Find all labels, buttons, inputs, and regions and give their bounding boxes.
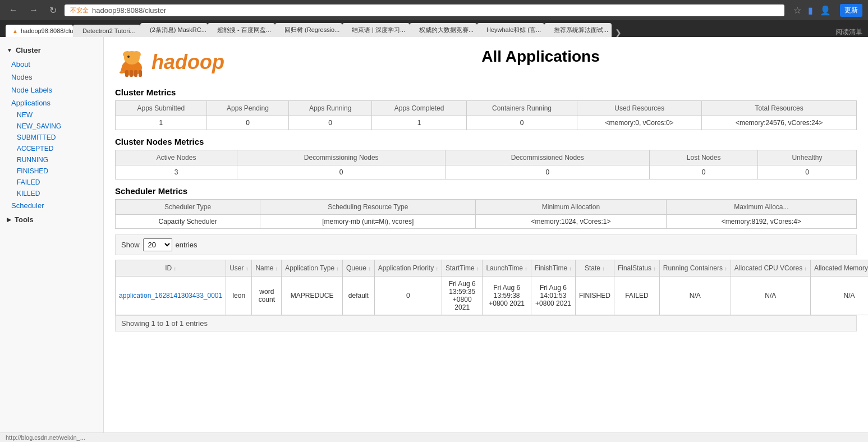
forward-button[interactable]: → xyxy=(26,4,42,16)
val-decommissioned: 0 xyxy=(446,165,650,179)
th-app-type-sort[interactable]: ↕ xyxy=(336,266,339,271)
th-start-time[interactable]: StartTime ↕ xyxy=(442,260,483,277)
sidebar-app-new[interactable]: NEW xyxy=(0,109,103,121)
cell-name: word count xyxy=(252,277,282,315)
svg-rect-9 xyxy=(139,70,142,77)
cell-final-status: FAILED xyxy=(614,277,659,315)
th-queue-sort[interactable]: ↕ xyxy=(368,266,371,271)
show-entries-bar: Show 10 20 50 100 entries xyxy=(115,234,857,255)
scheduler-metrics-title: Scheduler Metrics xyxy=(115,186,857,196)
tab-maskrc[interactable]: (2条消息) MaskRC... xyxy=(140,23,208,37)
th-allocated-mem[interactable]: Allocated Memory MB ↕ xyxy=(810,260,868,277)
th-finish-time[interactable]: FinishTime ↕ xyxy=(531,260,575,277)
th-name[interactable]: Name ↕ xyxy=(252,260,282,277)
col-scheduler-type: Scheduler Type xyxy=(116,200,260,215)
entries-select[interactable]: 10 20 50 100 xyxy=(143,238,172,251)
th-priority-sort[interactable]: ↕ xyxy=(436,266,439,271)
app-id-link[interactable]: application_1628141303433_0001 xyxy=(119,292,222,300)
th-start-time-sort[interactable]: ↕ xyxy=(476,266,479,271)
th-final-status-label: FinalStatus xyxy=(618,264,651,272)
th-state[interactable]: State ↕ xyxy=(575,260,614,277)
sidebar-app-submitted[interactable]: SUBMITTED xyxy=(0,132,103,143)
scheduler-metrics-table: Scheduler Type Scheduling Resource Type … xyxy=(115,199,857,229)
profile-icon[interactable]: 👤 xyxy=(820,5,831,16)
th-allocated-cpu-sort[interactable]: ↕ xyxy=(804,266,807,271)
tab-baidu[interactable]: 超能搜 - 百度网盘... xyxy=(208,23,275,37)
reload-button[interactable]: ↻ xyxy=(46,4,60,17)
extensions-icon[interactable]: ▮ xyxy=(808,5,813,16)
cluster-metrics-title: Cluster Metrics xyxy=(115,88,857,97)
th-launch-time-label: LaunchTime xyxy=(486,264,523,272)
col-containers-running: Containers Running xyxy=(467,101,577,116)
sidebar-item-scheduler[interactable]: Scheduler xyxy=(0,199,103,212)
browser-tabs: ▲ hadoop98:8088/cluster Detectron2 Tutor… xyxy=(0,20,868,37)
col-total-resources: Total Resources xyxy=(702,101,857,116)
cell-queue: default xyxy=(342,277,374,315)
val-containers-running: 0 xyxy=(467,116,577,130)
sidebar-app-finished[interactable]: FINISHED xyxy=(0,165,103,177)
sidebar-item-nodes[interactable]: Nodes xyxy=(0,71,103,84)
svg-rect-8 xyxy=(134,70,137,77)
tab-recommender[interactable]: 推荐系统算法面试... xyxy=(544,23,612,37)
tab-bigdata[interactable]: 权威的大数据竞赛... xyxy=(410,23,477,37)
th-launch-time-sort[interactable]: ↕ xyxy=(525,266,527,271)
sidebar-app-new-saving[interactable]: NEW_SAVING xyxy=(0,121,103,132)
th-user-label: User xyxy=(229,264,244,272)
sidebar-item-applications[interactable]: Applications xyxy=(0,96,103,109)
col-apps-pending: Apps Pending xyxy=(206,101,289,116)
th-running-containers[interactable]: Running Containers ↕ xyxy=(659,260,731,277)
sidebar-item-about[interactable]: About xyxy=(0,58,103,71)
tools-arrow-icon: ▶ xyxy=(7,217,11,223)
th-final-status-sort[interactable]: ↕ xyxy=(653,266,656,271)
bookmark-icon[interactable]: ☆ xyxy=(793,5,801,16)
th-finish-time-sort[interactable]: ↕ xyxy=(569,266,572,271)
th-id[interactable]: ID ↕ xyxy=(116,260,226,277)
cluster-section-header[interactable]: ▼ Cluster xyxy=(0,43,103,58)
tab-detectron[interactable]: Detectron2 Tutori... xyxy=(73,25,140,37)
val-apps-completed: 1 xyxy=(372,116,467,130)
th-running-containers-sort[interactable]: ↕ xyxy=(724,266,727,271)
val-used-resources: <memory:0, vCores:0> xyxy=(577,116,701,130)
th-app-type[interactable]: Application Type ↕ xyxy=(282,260,343,277)
th-user-sort[interactable]: ↕ xyxy=(246,266,249,271)
entries-label: entries xyxy=(176,241,198,249)
reading-list-icon[interactable]: 阅读清单 xyxy=(835,27,862,37)
th-finish-time-label: FinishTime xyxy=(535,264,567,272)
cluster-arrow-icon: ▼ xyxy=(7,47,12,53)
tab-regression[interactable]: 回归树 (Regressio... xyxy=(275,23,342,37)
col-used-resources: Used Resources xyxy=(577,101,701,116)
th-queue[interactable]: Queue ↕ xyxy=(342,260,374,277)
sidebar-app-accepted[interactable]: ACCEPTED xyxy=(0,143,103,154)
more-tabs-icon[interactable]: ❯ xyxy=(615,28,622,37)
th-priority[interactable]: Application Priority ↕ xyxy=(374,260,442,277)
sidebar-item-node-labels[interactable]: Node Labels xyxy=(0,84,103,96)
th-queue-label: Queue xyxy=(346,264,366,272)
col-lost-nodes: Lost Nodes xyxy=(650,150,757,165)
th-allocated-cpu[interactable]: Allocated CPU VCores ↕ xyxy=(731,260,810,277)
back-button[interactable]: ← xyxy=(6,4,21,16)
sidebar-app-failed[interactable]: FAILED xyxy=(0,177,103,188)
th-final-status[interactable]: FinalStatus ↕ xyxy=(614,260,659,277)
update-button[interactable]: 更新 xyxy=(840,4,862,17)
col-min-allocation: Minimum Allocation xyxy=(476,200,666,215)
th-name-sort[interactable]: ↕ xyxy=(275,266,278,271)
cluster-nodes-table: Active Nodes Decommissioning Nodes Decom… xyxy=(115,150,857,179)
val-scheduling-resource-type: [memory-mb (unit=Mi), vcores] xyxy=(260,215,476,229)
th-user[interactable]: User ↕ xyxy=(226,260,252,277)
val-apps-running: 0 xyxy=(289,116,372,130)
cell-user: leon xyxy=(226,277,252,315)
tools-section-header[interactable]: ▶ Tools xyxy=(0,212,103,227)
th-launch-time[interactable]: LaunchTime ↕ xyxy=(483,260,531,277)
val-apps-submitted: 1 xyxy=(116,116,207,130)
sidebar-app-killed[interactable]: KILLED xyxy=(0,188,103,199)
th-state-sort[interactable]: ↕ xyxy=(602,266,605,271)
th-id-sort[interactable]: ↕ xyxy=(174,266,177,271)
active-tab[interactable]: ▲ hadoop98:8088/cluster xyxy=(6,25,73,37)
sidebar-app-running[interactable]: RUNNING xyxy=(0,154,103,165)
tab-deeplearning[interactable]: 结束语 | 深度学习... xyxy=(342,23,410,37)
sidebar: ▼ Cluster About Nodes Node Labels Applic… xyxy=(0,37,104,442)
val-lost-nodes: 0 xyxy=(650,165,757,179)
url-bar[interactable]: 不安全 hadoop98:8088/cluster xyxy=(65,4,784,16)
tab-heywhale[interactable]: Heywhale和鲸 (官... xyxy=(477,23,544,37)
col-decommissioning: Decommissioning Nodes xyxy=(237,150,446,165)
